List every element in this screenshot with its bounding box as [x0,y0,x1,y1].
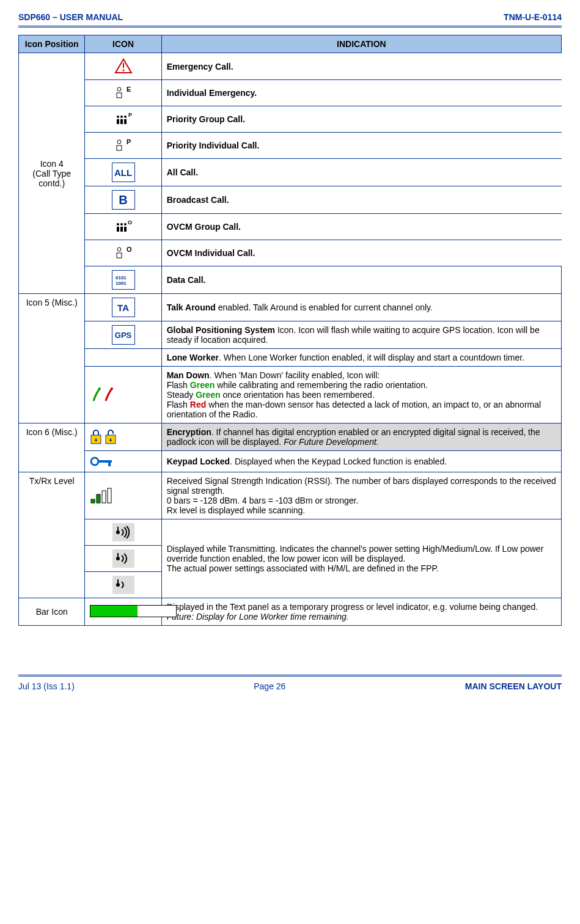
svg-rect-21 [124,227,127,232]
svg-text:O: O [128,219,132,226]
ind-cell: Lone Worker. When Lone Worker function e… [161,349,561,367]
icon-table: Icon Position ICON INDICATION Icon 4 (Ca… [18,35,562,626]
lead: Talk Around [167,302,216,312]
svg-rect-11 [124,119,127,124]
table-row: 01011001 Data Call. [19,266,562,294]
ind-cell: OVCM Individual Call. [161,240,561,266]
ovcm-individual-icon: O [112,244,134,262]
svg-point-34 [91,458,98,465]
svg-point-13 [117,140,121,144]
svg-rect-39 [102,491,106,503]
talk-around-icon: TA [112,298,135,317]
icon-cell: P [85,106,161,133]
priority-group-icon: P [112,110,134,128]
page-footer: Jul 13 (Iss 1.1) Page 26 MAIN SCREEN LAY… [18,681,562,691]
page-header: SDP660 – USER MANUAL TNM-U-E-0114 [18,12,562,22]
table-header-row: Icon Position ICON INDICATION [19,35,562,53]
svg-text:E: E [127,86,131,93]
svg-text:0101: 0101 [116,275,127,280]
gps-icon: GPS [112,325,135,345]
table-row: ALL All Call. [19,159,562,186]
lead: Global Positioning System [167,325,275,335]
icon-cell: ALL [85,159,161,186]
bar-fill [90,606,138,617]
icon-cell [85,451,161,472]
rest: . Displayed when the Keypad Locked funct… [230,457,447,466]
svg-point-28 [98,387,101,390]
icon-cell [85,472,161,519]
bar-progress-icon [90,605,177,617]
table-row: Keypad Locked. Displayed when the Keypad… [19,451,562,472]
tx-high-icon [112,523,134,541]
ind-cell: Broadcast Call. [161,186,561,214]
icon-cell [85,349,161,367]
ind-cell: Received Signal Strength Indication (RSS… [161,472,561,519]
svg-rect-10 [120,119,123,124]
svg-point-6 [117,116,119,118]
keypad-locked-icon [90,455,156,468]
ind-cell: Man Down. When 'Man Down' facility enabl… [161,367,561,424]
icon-cell: TA [85,294,161,321]
italic: For Future Development. [284,437,379,447]
table-row: O OVCM Individual Call. [19,240,562,266]
icon-cell: E [85,80,161,106]
th-position: Icon Position [19,35,85,53]
table-row: Lone Worker. When Lone Worker function e… [19,349,562,367]
pos-bar: Bar Icon [19,598,85,626]
svg-text:1001: 1001 [116,280,127,286]
svg-text:O: O [127,246,132,253]
icon-cell [85,424,161,451]
table-row: B Broadcast Call. [19,186,562,214]
icon-cell [85,53,161,80]
footer-left: Jul 13 (Iss 1.1) [18,681,75,691]
table-row: Icon 5 (Misc.) TA Talk Around enabled. T… [19,294,562,321]
pos-txrx: Tx/Rx Level [19,472,85,598]
lead: Lone Worker [167,353,219,362]
svg-rect-14 [117,145,122,150]
table-row: P Priority Group Call. [19,106,562,133]
svg-rect-36 [108,460,111,466]
pos-icon5: Icon 5 (Misc.) [19,294,85,424]
icon-cell [85,546,161,572]
svg-point-16 [117,223,119,226]
ind-cell: Data Call. [161,266,561,294]
svg-rect-9 [117,119,119,124]
svg-point-18 [124,223,127,226]
rest: enabled. Talk Around is enabled for curr… [216,302,433,312]
lead: Encryption [167,427,211,437]
svg-point-17 [120,223,123,226]
svg-point-23 [117,248,121,251]
ind-cell: Keypad Locked. Displayed when the Keypad… [161,451,561,472]
encryption-icon [90,429,156,445]
tx-medium-icon [112,549,134,568]
ind-cell: Emergency Call. [161,53,561,80]
icon-cell: P [85,133,161,159]
pos-icon6: Icon 6 (Misc.) [19,424,85,472]
header-rule [18,26,562,28]
emergency-call-icon [112,57,134,75]
ind-cell: Encryption. If channel has digital encry… [161,424,561,451]
svg-rect-19 [117,227,119,232]
svg-rect-24 [117,253,122,258]
svg-point-41 [116,530,120,534]
individual-emergency-icon: E [112,84,134,102]
table-row: Bar Icon Displayed in the Text panel as … [19,598,562,626]
table-row: E Individual Emergency. [19,80,562,106]
table-row: Tx/Rx Level Received Signal Strength Ind… [19,472,562,519]
broadcast-call-icon: B [112,190,135,210]
tx-low-icon [112,576,134,594]
svg-point-7 [120,116,123,118]
ind-cell: Talk Around enabled. Talk Around is enab… [161,294,561,321]
ind-cell: Individual Emergency. [161,80,561,106]
th-indication: INDICATION [161,35,561,53]
table-row: Icon 4 (Call Type contd.) Emergency Call… [19,53,562,80]
table-row: GPS Global Positioning System Icon. Icon… [19,321,562,349]
lead: Man Down [167,370,210,380]
ind-cell: Priority Individual Call. [161,133,561,159]
ovcm-group-icon: O [112,218,134,236]
svg-point-8 [124,116,127,118]
icon-cell [85,367,161,424]
ind-cell: Priority Group Call. [161,106,561,133]
svg-text:P: P [127,138,131,145]
icon-cell: GPS [85,321,161,349]
